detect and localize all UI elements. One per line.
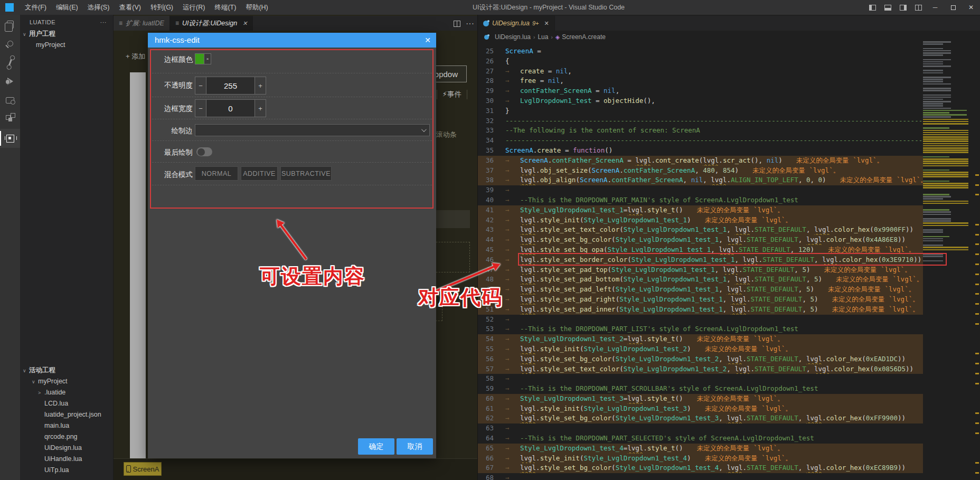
line-number: 34 xyxy=(478,136,494,146)
lint-hint: 未定义的全局变量 `lvgl`。 xyxy=(697,206,784,214)
restore-button[interactable] xyxy=(944,0,962,15)
line-number: 36 xyxy=(478,156,494,166)
toggle-sidebar-icon[interactable] xyxy=(869,5,876,11)
preview-icon: ≡ xyxy=(175,20,179,27)
warning-mark xyxy=(975,184,979,186)
file-item[interactable]: LCD.lua xyxy=(20,398,113,409)
line-number: 26 xyxy=(478,57,494,67)
activity-bar xyxy=(0,15,20,480)
file-item[interactable]: qrcode.png xyxy=(20,431,113,443)
tree-active-root[interactable]: ∨活动工程 xyxy=(20,365,113,376)
code-line: 40→--This is the DROPDOWN_PART_MAIN's st… xyxy=(478,195,923,205)
warning-mark xyxy=(975,293,979,295)
code-line: 49→lvgl.style_set_pad_left(Style_LvglDro… xyxy=(478,285,923,295)
dialog-title[interactable]: hmk-css-edit xyxy=(148,33,436,48)
menu-item[interactable]: 运行(R) xyxy=(178,0,210,15)
tree-folder-luatide[interactable]: >.luatide xyxy=(20,387,113,398)
lint-hint: 未定义的全局变量 `lvgl`。 xyxy=(828,246,915,253)
warning-mark xyxy=(975,174,979,176)
breadcrumb-item[interactable]: Lua xyxy=(538,33,548,41)
close-button[interactable]: ✕ xyxy=(962,0,980,15)
tab-uidesign-lua[interactable]: UiDesign.lua 9+ ✕ xyxy=(478,16,555,31)
tab-extension-luatide[interactable]: ≡ 扩展: luatIDE xyxy=(114,16,170,31)
menu-item[interactable]: 选择(S) xyxy=(83,0,115,15)
tab-close-icon[interactable]: ✕ xyxy=(544,20,549,27)
breadcrumb-item[interactable]: UiDesign.lua xyxy=(495,33,531,41)
extensions-icon[interactable] xyxy=(0,110,20,129)
menu-item[interactable]: 转到(G) xyxy=(146,0,178,15)
menu-item[interactable]: 终端(T) xyxy=(210,0,241,15)
cancel-button[interactable]: 取消 xyxy=(397,438,433,455)
line-number: 64 xyxy=(478,434,494,444)
line-number: 39 xyxy=(478,185,494,195)
warning-mark xyxy=(975,412,979,414)
split-editor-icon[interactable] xyxy=(454,21,460,27)
code-line: 67→lvgl.style_set_bg_color(Style_LvglDro… xyxy=(478,463,923,473)
code-line: 51→lvgl.style_set_pad_inner(Style_LvglDr… xyxy=(478,305,923,315)
warning-mark xyxy=(975,234,979,236)
code-line: 42→lvgl.style_init(Style_LvglDropdown1_t… xyxy=(478,215,923,225)
sidebar: LUATIDE ··· ∨用户工程 myProject ∨活动工程 ∨myPro… xyxy=(20,15,114,480)
file-item[interactable]: UiHandle.lua xyxy=(20,454,113,465)
dialog-close-icon[interactable]: ✕ xyxy=(425,33,431,48)
warning-mark xyxy=(975,243,979,245)
warning-mark xyxy=(975,224,979,225)
warning-mark xyxy=(975,383,979,384)
code-line: 68→ xyxy=(478,473,923,480)
warning-mark xyxy=(975,353,979,354)
customize-layout-icon[interactable] xyxy=(915,5,922,11)
warning-mark xyxy=(975,422,979,424)
tree-active-project[interactable]: ∨myProject xyxy=(20,376,113,387)
luatide-chip-icon[interactable] xyxy=(0,129,20,148)
overview-ruler[interactable] xyxy=(975,30,979,480)
screen-tab-bar: ScreenA xyxy=(114,458,477,480)
file-item[interactable]: main.lua xyxy=(20,420,113,431)
run-debug-icon[interactable] xyxy=(0,72,20,91)
ok-button[interactable]: 确定 xyxy=(358,438,394,455)
code-line: 36→ScreenA.contFather_ScreenA = lvgl.con… xyxy=(478,156,923,166)
toggle-secondary-sidebar-icon[interactable] xyxy=(900,5,907,11)
code-line: 26{ xyxy=(478,57,923,67)
file-item[interactable]: luatide_project.json xyxy=(20,409,113,420)
line-number: 52 xyxy=(478,315,494,325)
code-line: 37→lvgl.obj_set_size(ScreenA.contFather_… xyxy=(478,166,923,176)
menu-item[interactable]: 查看(V) xyxy=(114,0,146,15)
breadcrumb-item[interactable]: ScreenA.create xyxy=(562,33,606,41)
annotation-settable-content: 可设置内容 xyxy=(260,263,365,290)
tree-user-project-root[interactable]: ∨用户工程 xyxy=(20,29,113,40)
code-line: 59→--This is the DROPDOWN_PART_SCROLLBAR… xyxy=(478,384,923,394)
tab-ui-designer[interactable]: ≡ UI设计器:UiDesign ✕ xyxy=(170,16,253,31)
minimize-button[interactable]: ─ xyxy=(926,0,944,15)
file-item[interactable]: UiTp.lua xyxy=(20,465,113,476)
window-controls: ─ ✕ xyxy=(865,0,980,15)
screen-tab-screena[interactable]: ScreenA xyxy=(124,462,162,476)
tree-user-project-item[interactable]: myProject xyxy=(20,40,113,51)
line-number: 67 xyxy=(478,463,494,473)
sidebar-more-icon[interactable]: ··· xyxy=(100,19,107,25)
line-number: 27 xyxy=(478,67,494,77)
menu-item[interactable]: 帮助(H) xyxy=(241,0,272,15)
search-icon[interactable] xyxy=(0,34,20,53)
toggle-panel-icon[interactable] xyxy=(884,5,891,11)
canvas-scrollbar[interactable] xyxy=(130,72,146,473)
code-line: 65→Style_LvglDropdown1_test_4=lvgl.style… xyxy=(478,444,923,454)
line-number: 57 xyxy=(478,364,494,374)
editor-actions-more-icon[interactable]: ··· xyxy=(466,19,474,29)
problems-badge: 9+ xyxy=(532,20,539,26)
minimap[interactable] xyxy=(923,41,968,274)
add-widget-button[interactable]: + 添加 xyxy=(126,52,145,61)
warning-mark xyxy=(975,253,979,255)
annotation-box-dialog xyxy=(150,49,434,209)
tab-close-icon[interactable]: ✕ xyxy=(242,20,247,27)
tab-events[interactable]: ⚡事件 xyxy=(437,90,467,99)
line-number: 56 xyxy=(478,354,494,364)
file-item[interactable]: UiDesign.lua xyxy=(20,443,113,454)
line-number: 66 xyxy=(478,454,494,464)
source-control-icon[interactable] xyxy=(0,53,20,72)
active-project-tree: ∨活动工程 ∨myProject >.luatide LCD.lualuatid… xyxy=(20,365,113,476)
menu-item[interactable]: 文件(F) xyxy=(20,0,51,15)
warning-mark xyxy=(975,284,979,285)
explorer-icon[interactable] xyxy=(0,15,20,34)
remote-monitor-icon[interactable] xyxy=(0,91,20,110)
menu-item[interactable]: 编辑(E) xyxy=(51,0,83,15)
